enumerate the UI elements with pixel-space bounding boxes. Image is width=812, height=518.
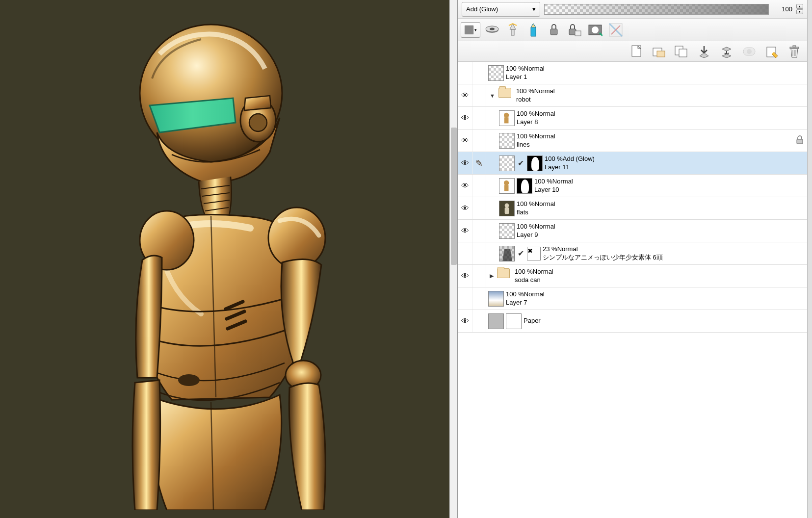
disabled-object-icon: ✖	[527, 247, 541, 260]
layer-row[interactable]: 👁100 %NormalLayer 8	[458, 107, 807, 130]
lock-column[interactable]	[472, 130, 486, 152]
clear-layer-button[interactable]	[763, 43, 781, 60]
lock-column[interactable]	[472, 242, 486, 264]
lock-column[interactable]	[472, 287, 486, 310]
visibility-toggle[interactable]	[458, 242, 472, 264]
svg-rect-25	[679, 49, 687, 57]
svg-rect-30	[793, 46, 796, 47]
visibility-toggle[interactable]: 👁	[458, 220, 472, 242]
lock-column[interactable]	[472, 62, 486, 84]
visibility-toggle[interactable]: 👁	[458, 84, 472, 106]
combine-layers-button[interactable]	[718, 43, 735, 60]
clip-check-icon: ✔	[517, 158, 525, 168]
layer-mask-thumb[interactable]	[527, 155, 543, 171]
layer-opacity-blend: 100 %Normal	[534, 178, 573, 186]
visibility-toggle[interactable]: 👁	[458, 107, 472, 129]
canvas-artwork	[113, 20, 343, 510]
eye-icon: 👁	[461, 136, 469, 145]
layer-row[interactable]: 100 %NormalLayer 1	[458, 62, 807, 84]
opacity-spinner[interactable]: ▴▾	[796, 4, 803, 14]
layer-row[interactable]: ✔✖23 %Normalシンプルなアニメっぽい少年少女素体 6頭	[458, 242, 807, 265]
blend-mode-value: Add (Glow)	[466, 5, 498, 13]
folder-caret-icon[interactable]: ▼	[488, 93, 497, 99]
layer-name[interactable]: Layer 1	[506, 73, 545, 81]
lock-icon[interactable]	[795, 135, 804, 146]
svg-point-39	[505, 203, 509, 207]
new-folder-button[interactable]	[650, 43, 668, 60]
lock-column[interactable]	[472, 310, 486, 332]
lock-column[interactable]	[472, 220, 486, 242]
opacity-value: 100	[773, 5, 792, 13]
svg-point-19	[592, 26, 599, 33]
active-brush-icon: ✎	[474, 158, 484, 169]
visibility-toggle[interactable]: 👁	[458, 310, 472, 332]
layer-row[interactable]: 👁✎✔100 %Add (Glow)Layer 11	[458, 152, 807, 175]
visibility-toggle[interactable]: 👁	[458, 175, 472, 197]
folder-caret-icon[interactable]: ▶	[488, 273, 495, 279]
svg-point-34	[504, 112, 509, 117]
layer-row[interactable]: 👁▼100 %Normalrobot	[458, 84, 807, 107]
panel-resize-strip[interactable]	[807, 0, 812, 518]
svg-point-27	[747, 49, 752, 54]
duplicate-layer-button[interactable]	[673, 43, 690, 60]
layer-name[interactable]: flats	[517, 208, 555, 217]
lock-column[interactable]	[472, 175, 486, 197]
layer-property-toolbar: ▾	[458, 19, 807, 41]
layer-name[interactable]: robot	[516, 96, 555, 104]
visibility-toggle[interactable]: 👁	[458, 130, 472, 152]
svg-point-2	[249, 114, 267, 131]
layer-mask-thumb[interactable]	[517, 178, 532, 194]
draft-layer-icon[interactable]	[524, 21, 542, 39]
layers-list[interactable]: 100 %NormalLayer 1👁▼100 %Normalrobot👁100…	[458, 62, 807, 518]
eye-icon: 👁	[461, 204, 469, 213]
lock-column[interactable]	[472, 84, 486, 106]
chevron-down-icon: ▾	[532, 5, 536, 13]
ruler-disable-icon[interactable]	[607, 21, 625, 39]
layer-row[interactable]: 👁100 %NormalLayer 9	[458, 220, 807, 242]
visibility-toggle[interactable]: 👁	[458, 152, 472, 174]
blur-border-icon[interactable]	[483, 21, 501, 39]
lock-transparency-icon[interactable]	[545, 21, 563, 39]
layer-row[interactable]: 👁100 %Normalflats	[458, 197, 807, 220]
layer-opacity-blend: 100 %Normal	[517, 132, 555, 141]
svg-rect-38	[504, 185, 509, 191]
layer-opacity-blend: 100 %Add (Glow)	[545, 155, 595, 163]
svg-rect-40	[505, 207, 509, 214]
delete-layer-button[interactable]	[786, 43, 803, 60]
visibility-toggle[interactable]: 👁	[458, 197, 472, 219]
layer-row[interactable]: 👁100 %NormalLayer 10	[458, 175, 807, 197]
reference-layer-icon[interactable]	[504, 21, 522, 39]
layer-opacity-blend: 100 %Normal	[517, 223, 555, 231]
layer-name[interactable]: Layer 11	[545, 163, 595, 172]
lock-column[interactable]	[472, 107, 486, 129]
lock-column[interactable]	[472, 197, 486, 219]
layer-opacity-blend: 100 %Normal	[506, 65, 545, 73]
layers-panel: Add (Glow) ▾ 100 ▴▾ ▾	[458, 0, 807, 518]
canvas-viewport[interactable]	[0, 0, 458, 518]
eye-icon: 👁	[461, 114, 469, 123]
layer-name[interactable]: Layer 9	[517, 231, 555, 239]
visibility-toggle[interactable]	[458, 287, 472, 310]
layer-row[interactable]: 👁100 %Normallines	[458, 130, 807, 152]
layer-name[interactable]: Layer 8	[517, 118, 555, 127]
opacity-slider[interactable]	[544, 4, 769, 15]
new-layer-button[interactable]	[628, 43, 645, 60]
lock-column[interactable]: ✎	[472, 152, 486, 174]
canvas-scrollbar-vertical[interactable]	[449, 0, 457, 518]
blend-mode-dropdown[interactable]: Add (Glow) ▾	[462, 2, 540, 17]
layer-name[interactable]: Layer 10	[534, 186, 573, 194]
svg-rect-15	[550, 29, 557, 35]
svg-rect-17	[575, 31, 581, 36]
flatten-button[interactable]	[740, 43, 758, 60]
visibility-toggle[interactable]	[458, 62, 472, 84]
layer-name[interactable]: lines	[517, 141, 555, 149]
transfer-down-button[interactable]	[695, 43, 713, 60]
visibility-toggle[interactable]: 👁	[458, 265, 472, 287]
mask-enable-icon[interactable]	[586, 21, 604, 39]
lock-layer-icon[interactable]	[566, 21, 583, 39]
layer-opacity-blend: 100 %Normal	[517, 110, 555, 118]
layer-color-label-button[interactable]: ▾	[461, 22, 480, 38]
scrollbar-thumb[interactable]	[451, 128, 457, 265]
lock-column[interactable]	[472, 265, 486, 287]
blend-mode-row: Add (Glow) ▾ 100 ▴▾	[458, 0, 807, 19]
